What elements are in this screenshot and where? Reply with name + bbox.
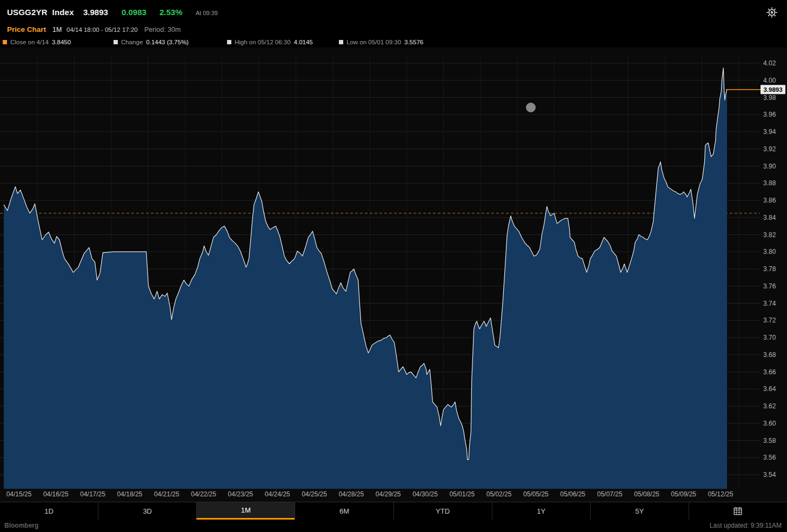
y-axis-label: 3.82 (763, 231, 776, 239)
y-axis-label: 3.60 (763, 420, 776, 427)
x-axis-label: 05/12/25 (708, 490, 733, 498)
x-axis-label: 04/15/25 (6, 490, 32, 498)
x-axis-label: 04/17/25 (80, 490, 105, 498)
legend-low-value: 3.5576 (404, 39, 423, 45)
legend-close-value: 3.8450 (52, 39, 71, 45)
status-bar: Bloomberg Last updated: 9:39:11AM (0, 520, 787, 532)
legend-change-label: Change (121, 39, 143, 45)
y-axis-label: 3.96 (763, 111, 776, 118)
legend-high-label: High on 05/12 06:30 (235, 39, 291, 45)
tab-5y[interactable]: 5Y (590, 502, 689, 520)
x-axis-label: 05/08/25 (634, 490, 659, 498)
x-axis-label: 04/25/25 (302, 490, 327, 498)
x-axis-label: 04/30/25 (412, 490, 438, 498)
last-price: 3.9893 (83, 8, 108, 17)
high-swatch-icon (227, 40, 231, 44)
y-axis-label: 3.62 (763, 402, 776, 410)
y-axis-label: 3.86 (763, 197, 776, 204)
y-axis-label: 3.88 (763, 179, 776, 187)
y-axis-label: 3.70 (763, 334, 776, 341)
x-axis-label: 05/02/25 (486, 490, 512, 498)
last-updated-text: Last updated: 9:39:11AM (710, 522, 782, 529)
price-chart-area[interactable]: 4.024.003.983.963.943.923.903.883.863.84… (0, 48, 787, 502)
y-axis-label: 3.74 (763, 300, 776, 307)
y-axis-label: 3.54 (763, 471, 776, 479)
calendar-icon (733, 506, 743, 516)
tab-1m[interactable]: 1M (196, 502, 295, 520)
y-axis-label: 3.78 (763, 265, 776, 273)
low-swatch-icon (339, 40, 343, 44)
x-axis-label: 04/28/25 (338, 490, 364, 498)
y-axis-label: 3.90 (763, 163, 776, 170)
x-axis-label: 04/22/25 (191, 490, 216, 498)
legend-low-label: Low on 05/01 09:30 (346, 39, 401, 45)
gear-icon (765, 5, 779, 19)
y-axis-label: 3.92 (763, 145, 776, 153)
x-axis-label: 04/24/25 (265, 490, 290, 498)
x-axis-label: 04/23/25 (228, 490, 254, 498)
header: USGG2YR Index 3.9893 0.0983 2.53% At 09:… (0, 0, 787, 48)
x-axis-label: 05/05/25 (523, 490, 549, 498)
y-axis-label: 3.68 (763, 351, 776, 359)
change-swatch-icon (114, 40, 118, 44)
range-label: 1M (52, 26, 62, 33)
tab-6m[interactable]: 6M (295, 502, 393, 520)
ticker-name: USGG2YR (7, 8, 48, 17)
legend-high-value: 4.0145 (294, 39, 313, 45)
bloomberg-price-chart-app: USGG2YR Index 3.9893 0.0983 2.53% At 09:… (0, 0, 787, 532)
x-axis-label: 04/29/25 (376, 490, 401, 498)
price-change-percent: 2.53% (159, 8, 183, 17)
x-axis-label: 05/07/25 (597, 490, 623, 498)
tab-1d[interactable]: 1D (0, 502, 98, 520)
y-axis-label: 3.72 (763, 316, 776, 324)
period-label[interactable]: Period: 30m (144, 26, 181, 33)
y-axis-label: 4.02 (763, 59, 776, 67)
security-type: Index (52, 8, 74, 17)
legend-change-value: 0.1443 (3.75%) (146, 39, 189, 45)
tab-1y[interactable]: 1Y (492, 502, 590, 520)
y-axis-label: 3.98 (763, 94, 776, 102)
legend-close: Close on 4/14 3.8450 (3, 38, 71, 46)
y-axis-label: 3.64 (763, 385, 776, 393)
x-axis-label: 04/21/25 (154, 490, 179, 498)
legend-close-label: Close on 4/14 (10, 39, 49, 45)
y-axis-label: 4.00 (763, 77, 776, 84)
settings-button[interactable] (764, 5, 779, 21)
tab-3d[interactable]: 3D (98, 502, 196, 520)
ticker-symbol: USGG2YR Index (7, 8, 74, 17)
legend-change: Change 0.1443 (3.75%) (114, 38, 189, 46)
bloomberg-logo: Bloomberg (4, 522, 38, 529)
x-axis-label: 05/06/25 (560, 490, 585, 498)
tab-calendar[interactable] (689, 502, 787, 520)
y-axis-label: 3.94 (763, 128, 776, 136)
y-axis-label: 3.56 (763, 454, 776, 461)
x-axis-label: 05/01/25 (449, 490, 475, 498)
as-of-time: At 09:39 (196, 10, 218, 16)
price-chart-canvas[interactable]: 4.024.003.983.963.943.923.903.883.863.84… (0, 48, 787, 502)
x-axis-label: 05/09/25 (671, 490, 696, 498)
range-tab-bar: 1D 3D 1M 6M YTD 1Y 5Y (0, 502, 787, 520)
date-window: 04/14 18:00 - 05/12 17:20 (66, 26, 138, 33)
price-change: 0.0983 (122, 8, 146, 17)
close-swatch-icon (3, 40, 7, 44)
chart-type-label[interactable]: Price Chart (7, 25, 46, 33)
chart-cursor-dot[interactable] (526, 103, 536, 112)
x-axis-label: 04/16/25 (43, 490, 69, 498)
tab-ytd[interactable]: YTD (394, 502, 492, 520)
y-axis-label: 3.80 (763, 248, 776, 255)
y-axis-label: 3.76 (763, 282, 776, 290)
y-axis-label: 3.84 (763, 214, 776, 221)
y-axis-label: 3.66 (763, 368, 776, 376)
x-axis-label: 04/18/25 (117, 490, 143, 498)
legend-high: High on 05/12 06:30 4.0145 (227, 38, 313, 46)
last-price-tag-value: 3.9893 (763, 86, 782, 93)
legend-low: Low on 05/01 09:30 3.5576 (339, 38, 423, 46)
price-area-fill (4, 68, 727, 489)
y-axis-label: 3.58 (763, 437, 776, 445)
